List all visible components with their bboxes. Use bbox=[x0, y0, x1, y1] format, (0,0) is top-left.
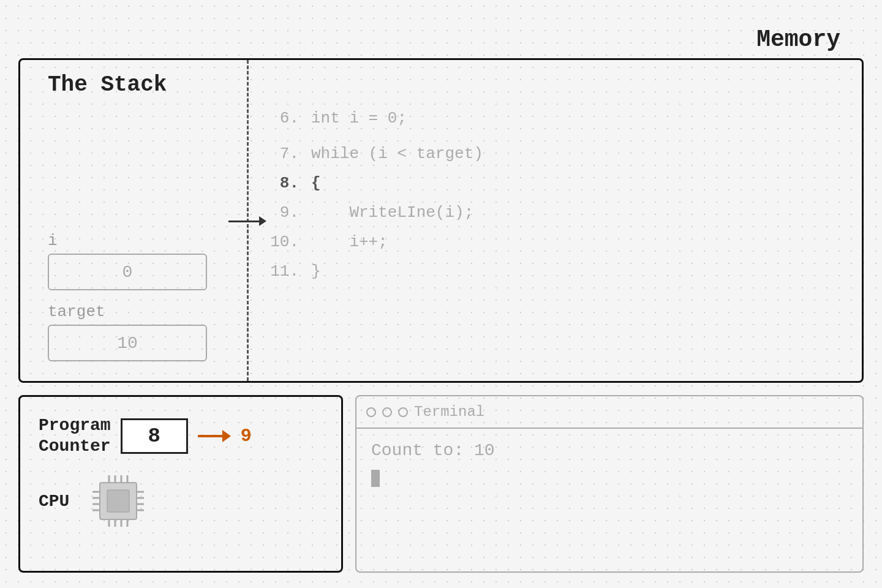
line-num-7: 7. bbox=[265, 145, 299, 163]
code-line-11: 11. } bbox=[265, 262, 850, 281]
code-line-9: 9. WriteLIne(i); bbox=[265, 203, 850, 222]
pc-value-box: 8 bbox=[121, 418, 188, 454]
line-num-10: 10. bbox=[265, 233, 299, 251]
pc-arrow-head bbox=[222, 430, 231, 442]
terminal-title: Terminal bbox=[414, 404, 484, 420]
terminal-dot-2 bbox=[382, 407, 392, 417]
code-line-8: 8. { bbox=[265, 174, 850, 192]
page-container: Memory The Stack i 0 target 10 6. i bbox=[0, 0, 882, 588]
terminal-header: Terminal bbox=[356, 396, 862, 429]
cpu-panel: Program Counter 8 9 CPU bbox=[18, 395, 343, 573]
var-i-label: i bbox=[48, 232, 232, 250]
pc-next-value: 9 bbox=[241, 426, 252, 447]
terminal-content: Count to: 10 bbox=[356, 429, 862, 507]
cpu-chip-icon bbox=[88, 470, 149, 532]
pc-arrow-shaft bbox=[198, 435, 222, 437]
memory-label: Memory bbox=[756, 26, 840, 53]
pc-label: Program Counter bbox=[39, 415, 111, 456]
terminal-cursor bbox=[371, 470, 380, 487]
bottom-section: Program Counter 8 9 CPU bbox=[18, 395, 864, 573]
var-i-box: 0 bbox=[48, 254, 207, 290]
code-line-6: 6. int i = 0; bbox=[265, 109, 850, 127]
var-target-label: target bbox=[48, 303, 232, 321]
code-text-8: { bbox=[311, 174, 321, 192]
var-target-box: 10 bbox=[48, 325, 207, 361]
line-num-11: 11. bbox=[265, 262, 299, 281]
code-text-6: int i = 0; bbox=[311, 109, 407, 127]
cpu-label: CPU bbox=[39, 492, 69, 511]
code-line-10: 10. i++; bbox=[265, 233, 850, 251]
svg-rect-1 bbox=[107, 490, 129, 512]
code-text-10: i++; bbox=[311, 233, 388, 251]
terminal-dot-1 bbox=[366, 407, 376, 417]
arrow-shaft bbox=[228, 221, 259, 222]
main-panel: The Stack i 0 target 10 6. int i = 0; bbox=[18, 58, 864, 383]
pc-arrow bbox=[198, 430, 231, 442]
terminal-dot-3 bbox=[398, 407, 408, 417]
terminal-output-1: Count to: 10 bbox=[371, 441, 848, 460]
stack-variables: i 0 target 10 bbox=[48, 232, 232, 374]
stack-title: The Stack bbox=[48, 72, 167, 97]
code-text-7: while (i < target) bbox=[311, 145, 483, 163]
line-num-9: 9. bbox=[265, 203, 299, 222]
code-text-9: WriteLIne(i); bbox=[311, 203, 473, 222]
line-num-6: 6. bbox=[265, 109, 299, 127]
terminal-cursor-line bbox=[371, 467, 848, 487]
code-line-7: 7. while (i < target) bbox=[265, 145, 850, 163]
line-pointer-arrow bbox=[228, 216, 266, 226]
line-num-8: 8. bbox=[265, 174, 299, 192]
terminal-panel: Terminal Count to: 10 bbox=[355, 395, 864, 573]
cpu-section: CPU bbox=[39, 470, 149, 532]
program-counter: Program Counter 8 9 bbox=[39, 415, 252, 456]
code-text-11: } bbox=[311, 262, 321, 281]
code-area: 6. int i = 0; 7. while (i < target) 8. {… bbox=[265, 109, 850, 292]
